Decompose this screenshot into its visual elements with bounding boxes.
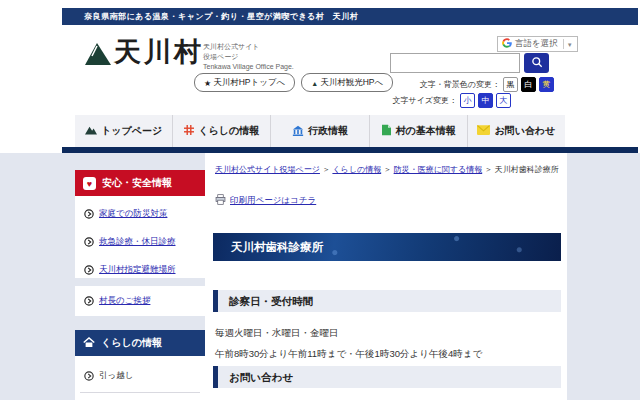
arrow-circle-icon [84,371,94,381]
breadcrumb: 天川村公式サイト役場ページ ＞ くらしの情報 ＞ 防災・医療に関する情報 ＞ 天… [215,164,561,175]
font-size-small[interactable]: 小 [460,93,475,108]
sidebar-item-kyukyu[interactable]: 救急診療・休日診療 [75,228,205,256]
sidebar-link[interactable]: 引っ越し [99,370,133,382]
clinic-hours-text: 午前8時30分より午前11時まで・午後1時30分より午後4時まで [215,348,561,361]
language-select[interactable]: 言語を選択 [497,36,578,52]
site-subtitle-line3: Tenkawa Village Office Page. [203,62,294,72]
site-subtitle: 天川村公式サイト 役場ページ Tenkawa Village Office Pa… [203,42,294,72]
home-icon [83,337,95,350]
nav-top-page[interactable]: トップページ [75,115,172,147]
color-option-black[interactable]: 黒 [503,77,518,92]
village-kanko-hp-button[interactable]: 天川村観光HPへ [301,73,393,92]
divider [563,39,564,49]
breadcrumb-link-kurashi[interactable]: くらしの情報 [332,165,381,174]
language-select-label: 言語を選択 [515,38,558,50]
site-title[interactable]: 天川村 [114,34,204,70]
main-content-panel [205,153,567,400]
header-link-buttons: 天川村HPトップへ 天川村観光HPへ [194,73,393,92]
sidebar-link[interactable]: 救急診療・休日診療 [99,236,176,248]
top-slogan-bar: 奈良県南部にある温泉・キャンプ・釣り・星空が満喫できる村 天川村 [62,8,638,25]
village-logo-mountain-icon[interactable] [84,40,112,70]
star-icon [204,78,211,88]
nav-gyosei-info[interactable]: 行政情報 [270,115,368,147]
building-icon [292,125,304,138]
breadcrumb-current: 天川村歯科診療所 [495,165,559,174]
nav-label: くらしの情報 [198,124,259,138]
page-title-banner: 天川村歯科診療所 [213,233,561,261]
sidebar-link[interactable]: 村長のご挨拶 [99,295,150,307]
chevron-down-icon [567,39,573,49]
nav-label: お問い合わせ [494,124,555,138]
arrow-circle-icon [84,209,94,219]
sidebar-item-hinan[interactable]: 天川村指定避難場所 [75,256,205,284]
arrow-circle-icon [84,237,94,247]
print-link-row: 印刷用ページはコチラ [215,194,316,207]
color-option-white[interactable]: 白 [521,77,536,92]
sidebar-item-bousai[interactable]: 家庭での防災対策 [75,200,205,228]
sidebar-item-hikkoshi[interactable]: 引っ越し [80,356,200,393]
font-size-large[interactable]: 大 [496,93,511,108]
sidebar-living-box: 引っ越し [75,356,205,400]
site-subtitle-line1: 天川村公式サイト [203,42,294,52]
nav-contact[interactable]: お問い合わせ [467,115,565,147]
global-nav: トップページ くらしの情報 行政情報 村の基本情報 お問い合わせ [75,115,565,147]
nav-kurashi-info[interactable]: くらしの情報 [172,115,270,147]
color-change-label: 文字・背景色の変更： [420,79,500,90]
arrow-circle-icon [84,265,94,275]
nav-label: 村の基本情報 [396,124,456,138]
village-hp-top-button[interactable]: 天川村HPトップへ [194,73,295,92]
search-input[interactable] [390,53,520,73]
mountain-icon [311,78,318,88]
sidebar-link[interactable]: 家庭での防災対策 [99,208,167,220]
village-hp-top-label: 天川村HPトップへ [213,77,285,89]
section-heading-contact: お問い合わせ [213,366,561,388]
mountain-icon [85,125,97,137]
sidebar-living-header: くらしの情報 [75,330,205,356]
color-option-yellow[interactable]: 黄 [539,77,554,92]
site-subtitle-line2: 役場ページ [203,52,294,62]
breadcrumb-separator: ＞ [484,165,492,174]
search-button[interactable] [524,53,549,73]
font-size-row: 文字サイズ変更： 小 中 大 [355,93,511,108]
section-heading-hours: 診察日・受付時間 [213,290,561,312]
sidebar-mayor-box: 村長のご挨拶 [75,286,205,316]
sidebar-item-mayor-greeting[interactable]: 村長のご挨拶 [75,287,159,315]
font-size-medium[interactable]: 中 [478,93,493,108]
breadcrumb-separator: ＞ [322,165,330,174]
nav-label: トップページ [101,124,162,138]
sidebar-link[interactable]: 天川村指定避難場所 [99,264,176,276]
print-page-link[interactable]: 印刷用ページはコチラ [230,195,316,207]
nav-label: 行政情報 [308,124,348,138]
sidebar-safety-header: 安心・安全情報 [75,170,205,196]
clinic-days-text: 毎週火曜日・水曜日・金曜日 [215,327,561,340]
arrow-circle-icon [84,296,94,306]
nav-village-basic-info[interactable]: 村の基本情報 [369,115,467,147]
breadcrumb-separator: ＞ [383,165,391,174]
document-icon [381,124,392,138]
color-change-row: 文字・背景色の変更： 黒 白 黄 [398,77,554,92]
google-icon [502,38,512,50]
search-icon [531,56,543,71]
breadcrumb-link-home[interactable]: 天川村公式サイト役場ページ [215,165,320,174]
sidebar-living-title: くらしの情報 [101,336,162,350]
breadcrumb-link-bousai-iryo[interactable]: 防災・医療に関する情報 [394,165,483,174]
mail-icon [477,125,490,137]
hash-icon [184,125,194,137]
sidebar-safety-title: 安心・安全情報 [102,176,172,190]
font-size-label: 文字サイズ変更： [392,95,457,106]
printer-icon [215,194,226,207]
village-kanko-hp-label: 天川村観光HPへ [320,77,383,89]
heart-icon [83,177,96,190]
sidebar-safety-box: 家庭での防災対策 救急診療・休日診療 天川村指定避難場所 [75,196,205,278]
